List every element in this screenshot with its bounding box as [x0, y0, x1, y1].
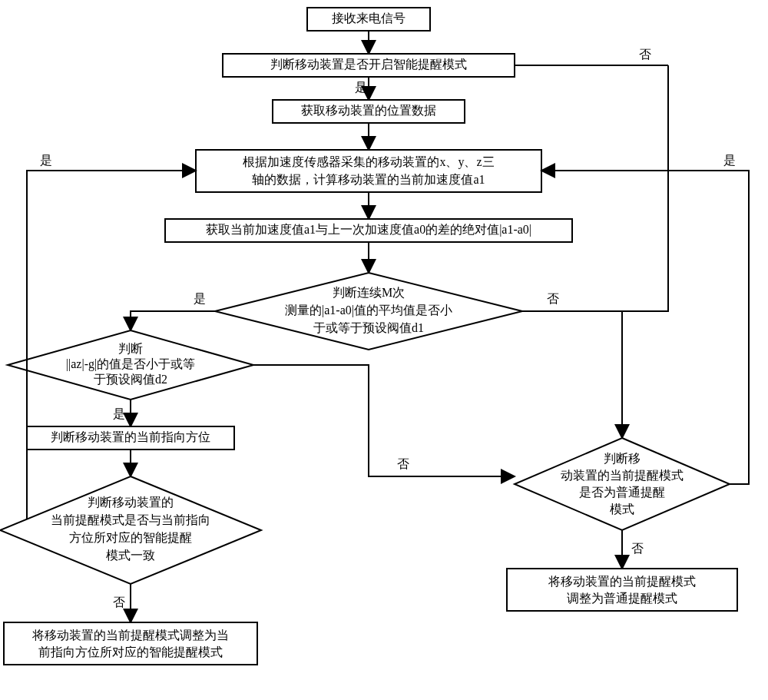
label-n7-yes: 是	[113, 407, 125, 420]
node-set-normal-mode-t2: 调整为普通提醒模式	[567, 592, 677, 605]
node-receive-signal-text: 接收来电信号	[332, 12, 406, 25]
label-right-loop-yes: 是	[723, 154, 736, 167]
node-set-smart-mode-t2: 前指向方位所对应的智能提醒模式	[38, 645, 223, 659]
node-decide-d2-t1: 判断	[118, 342, 143, 355]
node-set-smart-mode-t1: 将移动装置的当前提醒模式调整为当	[31, 629, 229, 642]
node-set-normal-mode-t1: 将移动装置的当前提醒模式	[548, 575, 696, 588]
node-direction-text: 判断移动装置的当前指向方位	[51, 430, 210, 443]
node-get-position-text: 获取移动装置的位置数据	[301, 104, 436, 117]
node-decide-d2-t3: 于预设阀值d2	[94, 373, 167, 386]
node-abs-diff-text: 获取当前加速度值a1与上一次加速度值a0的差的绝对值|a1-a0|	[206, 223, 531, 237]
label-n6-no: 否	[547, 292, 559, 305]
node-calc-a1-t2: 轴的数据，计算移动装置的当前加速度值a1	[252, 173, 485, 186]
node-decide-d2-t2: ||az|-g|的值是否小于或等	[66, 357, 195, 371]
edge-n11-yes-loop	[541, 171, 749, 484]
node-decide-match-t3: 方位所对应的智能提醒	[69, 531, 192, 544]
label-n6-yes: 是	[194, 292, 206, 305]
edge-n2-no-merge	[622, 65, 668, 311]
label-n9-no: 否	[113, 595, 125, 609]
label-n2-no: 否	[639, 48, 651, 61]
node-decide-d1-t2: 测量的|a1-a0|值的平均值是否小	[285, 304, 452, 317]
node-decide-normal-t1: 判断移	[604, 452, 641, 465]
node-decide-match-t2: 当前提醒模式是否与当前指向	[51, 513, 210, 526]
node-calc-a1-t1: 根据加速度传感器采集的移动装置的x、y、z三	[243, 155, 494, 169]
edge-n6-no	[522, 311, 622, 438]
node-decide-normal-t3: 是否为普通提醒	[579, 486, 665, 499]
label-n11-no: 否	[631, 542, 644, 555]
edge-n6-yes	[131, 311, 215, 330]
edge-n7-no	[253, 365, 515, 476]
label-n2-yes: 是	[355, 81, 367, 94]
node-decide-normal-t2: 动装置的当前提醒模式	[561, 469, 684, 482]
node-decide-normal-t4: 模式	[610, 503, 634, 516]
node-decide-match-t1: 判断移动装置的	[88, 496, 174, 509]
label-left-loop-yes: 是	[40, 154, 52, 167]
label-n7-no: 否	[397, 457, 409, 470]
node-check-smart-mode-text: 判断移动装置是否开启智能提醒模式	[270, 58, 467, 71]
node-decide-d1-t1: 判断连续M次	[333, 286, 405, 299]
node-decide-d1-t3: 于或等于预设阀值d1	[313, 321, 424, 334]
node-decide-match-t4: 模式一致	[106, 549, 155, 562]
